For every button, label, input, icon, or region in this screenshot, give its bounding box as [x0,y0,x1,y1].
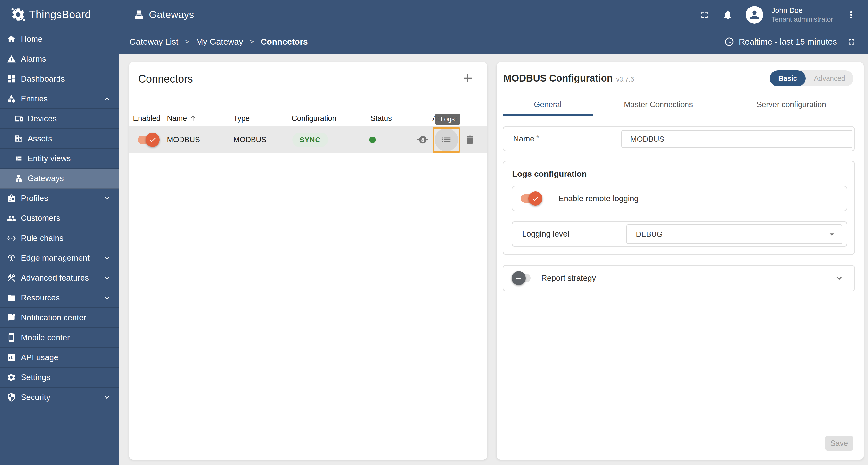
chevron-down-icon [102,194,112,203]
breadcrumb-connectors[interactable]: Connectors [261,37,308,47]
active-tab-underline [503,114,593,116]
shield-icon [7,393,16,402]
report-strategy-group[interactable]: Report strategy [503,265,855,291]
check-icon [528,192,542,206]
column-type: Type [234,114,250,123]
breadcrumb-separator: > [250,38,254,46]
mobile-center-icon [7,333,16,342]
home-icon [7,34,16,44]
devices-icon [14,115,23,123]
panel-version: v3.7.6 [616,76,634,83]
timewindow-button[interactable]: Realtime - last 15 minutes [724,37,856,47]
gateways-icon [14,174,23,182]
breadcrumb: Gateway List > My Gateway > Connectors [129,37,308,47]
trash-icon [464,134,475,145]
sort-arrow-up-icon [189,115,197,122]
connectors-title: Connectors [138,73,193,85]
page-title: Gateways [134,9,194,20]
basic-mode-button[interactable]: Basic [770,70,806,86]
sidebar-item-dashboards[interactable]: Dashboards [0,69,119,89]
tab-master-connections[interactable]: Master Connections [593,93,724,116]
expand-icon[interactable] [847,37,856,47]
sidebar-item-alarms[interactable]: Alarms [0,49,119,69]
save-button[interactable]: Save [825,436,853,451]
enable-remote-logging-box: Enable remote logging [512,186,847,211]
chevron-down-icon [102,393,112,402]
report-strategy-toggle[interactable] [512,271,533,285]
table-header: Enabled Name Type Configuration Status A… [129,114,487,126]
logs-button[interactable] [435,126,458,153]
api-usage-icon [7,353,16,362]
sidebar-item-assets[interactable]: Assets [0,129,119,149]
logging-level-label: Logging level [522,229,569,238]
remote-logging-label: Enable remote logging [558,194,639,203]
logging-level-select[interactable]: DEBUG [626,225,842,244]
sidebar-item-api-usage[interactable]: API usage [0,348,119,368]
sidebar-item-entity-views[interactable]: Entity views [0,149,119,169]
assets-icon [14,135,23,143]
connectors-panel: Connectors Enabled Name Type Configurati… [129,62,487,460]
user-role: Tenant administrator [771,15,833,24]
timewindow-label: Realtime - last 15 minutes [739,37,837,47]
rpc-button[interactable] [411,126,434,153]
sidebar-nav: Home Alarms Dashboards Entities Devices … [0,29,119,407]
fullscreen-icon[interactable] [699,9,710,20]
sidebar-item-security[interactable]: Security [0,387,119,407]
entity-views-icon [14,154,23,163]
column-configuration: Configuration [291,114,336,123]
sidebar-item-edge-management[interactable]: Edge management [0,248,119,268]
sidebar-item-rule-chains[interactable]: Rule chains [0,228,119,248]
column-name[interactable]: Name [167,114,197,123]
sidebar-item-profiles[interactable]: Profiles [0,188,119,208]
sidebar-item-devices[interactable]: Devices [0,109,119,129]
rule-chains-icon [7,233,16,243]
modbus-configuration-panel: MODBUS Configuration v3.7.6 Basic Advanc… [497,62,864,460]
sidebar-item-customers[interactable]: Customers [0,208,119,228]
delete-button[interactable] [458,126,482,153]
required-marker: * [536,134,539,142]
mode-toggle: Basic Advanced [770,70,854,86]
warning-icon [7,54,16,64]
clock-icon [724,37,734,47]
breadcrumb-separator: > [185,38,189,46]
column-enabled: Enabled [133,114,161,123]
sidebar: ThingsBoard Home Alarms Dashboards Entit… [0,0,119,465]
sidebar-item-home[interactable]: Home [0,29,119,49]
logs-tooltip: Logs [435,114,460,125]
chevron-down-icon [102,293,112,302]
name-label: Name [513,134,534,143]
sidebar-item-settings[interactable]: Settings [0,368,119,387]
sidebar-item-resources[interactable]: Resources [0,288,119,308]
chevron-down-icon [102,273,112,283]
tab-server-configuration[interactable]: Server configuration [724,93,859,116]
dash-icon [512,271,526,285]
logging-level-box: Logging level DEBUG [512,221,847,247]
tab-general[interactable]: General [503,93,593,116]
name-input[interactable]: MODBUS [621,130,852,148]
add-connector-button[interactable] [461,71,474,85]
user-menu[interactable]: John Doe Tenant administrator [771,6,833,24]
breadcrumb-my-gateway[interactable]: My Gateway [196,37,243,47]
connector-enabled-toggle[interactable] [138,133,160,147]
sidebar-item-mobile-center[interactable]: Mobile center [0,328,119,348]
entities-icon [7,94,16,104]
sidebar-item-advanced-features[interactable]: Advanced features [0,268,119,288]
sidebar-item-gateways[interactable]: Gateways [0,169,119,188]
sidebar-item-notification-center[interactable]: Notification center [0,308,119,328]
more-vert-icon[interactable] [846,9,856,20]
edge-management-icon [7,253,16,263]
remote-logging-toggle[interactable] [521,192,542,206]
brand[interactable]: ThingsBoard [0,0,119,29]
notifications-bell-icon[interactable] [722,9,733,20]
advanced-features-icon [7,273,16,283]
table-row[interactable]: MODBUS MODBUS SYNC [129,126,487,153]
sidebar-item-entities[interactable]: Entities [0,89,119,109]
list-icon [441,134,452,145]
chevron-down-icon [834,273,844,284]
config-tabs: General Master Connections Server config… [503,93,859,116]
connector-type: MODBUS [234,126,267,153]
breadcrumb-gateway-list[interactable]: Gateway List [129,37,178,47]
advanced-mode-button[interactable]: Advanced [806,70,854,86]
check-icon [146,133,160,147]
avatar[interactable] [746,6,763,24]
